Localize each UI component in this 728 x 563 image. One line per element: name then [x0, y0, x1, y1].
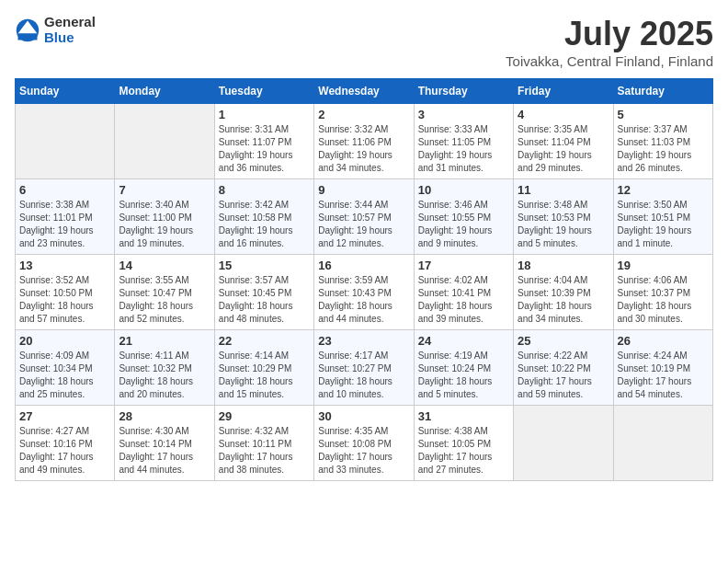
calendar-cell: 4Sunrise: 3:35 AMSunset: 11:04 PMDayligh… — [514, 104, 613, 179]
weekday-header: Sunday — [16, 79, 115, 104]
weekday-header: Friday — [514, 79, 613, 104]
weekday-header-row: SundayMondayTuesdayWednesdayThursdayFrid… — [16, 79, 713, 104]
day-info: Sunrise: 4:02 AMSunset: 10:41 PMDaylight… — [418, 274, 509, 326]
calendar-week-row: 6Sunrise: 3:38 AMSunset: 11:01 PMDayligh… — [16, 179, 713, 255]
day-info: Sunrise: 4:22 AMSunset: 10:22 PMDaylight… — [518, 350, 609, 401]
day-info: Sunrise: 3:35 AMSunset: 11:04 PMDaylight… — [518, 123, 609, 175]
day-info: Sunrise: 3:48 AMSunset: 10:53 PMDaylight… — [518, 199, 609, 250]
day-info: Sunrise: 3:50 AMSunset: 10:51 PMDaylight… — [618, 199, 709, 250]
day-info: Sunrise: 4:11 AMSunset: 10:32 PMDaylight… — [119, 350, 210, 401]
logo-text-blue: Blue — [44, 30, 96, 46]
day-number: 22 — [219, 334, 310, 348]
day-info: Sunrise: 3:38 AMSunset: 11:01 PMDaylight… — [19, 199, 110, 250]
day-number: 24 — [418, 334, 509, 348]
calendar-week-row: 27Sunrise: 4:27 AMSunset: 10:16 PMDaylig… — [16, 406, 713, 481]
day-number: 19 — [618, 259, 709, 272]
calendar-week-row: 13Sunrise: 3:52 AMSunset: 10:50 PMDaylig… — [16, 255, 713, 330]
day-info: Sunrise: 4:06 AMSunset: 10:37 PMDaylight… — [618, 274, 709, 326]
calendar-table: SundayMondayTuesdayWednesdayThursdayFrid… — [15, 78, 713, 481]
calendar-cell: 1Sunrise: 3:31 AMSunset: 11:07 PMDayligh… — [214, 104, 313, 179]
day-number: 6 — [19, 183, 110, 197]
day-info: Sunrise: 3:31 AMSunset: 11:07 PMDaylight… — [219, 123, 310, 175]
weekday-header: Tuesday — [214, 79, 313, 104]
day-number: 11 — [518, 183, 609, 197]
calendar-cell: 24Sunrise: 4:19 AMSunset: 10:24 PMDaylig… — [414, 330, 513, 406]
day-info: Sunrise: 4:17 AMSunset: 10:27 PMDaylight… — [318, 350, 409, 401]
day-info: Sunrise: 4:24 AMSunset: 10:19 PMDaylight… — [618, 350, 709, 401]
day-info: Sunrise: 4:09 AMSunset: 10:34 PMDaylight… — [19, 350, 110, 401]
weekday-header: Saturday — [613, 79, 712, 104]
calendar-cell: 25Sunrise: 4:22 AMSunset: 10:22 PMDaylig… — [514, 330, 613, 406]
calendar-cell: 5Sunrise: 3:37 AMSunset: 11:03 PMDayligh… — [613, 104, 712, 179]
day-info: Sunrise: 4:27 AMSunset: 10:16 PMDaylight… — [19, 425, 110, 477]
day-info: Sunrise: 3:55 AMSunset: 10:47 PMDaylight… — [119, 274, 210, 326]
day-info: Sunrise: 4:14 AMSunset: 10:29 PMDaylight… — [219, 350, 310, 401]
calendar-cell: 2Sunrise: 3:32 AMSunset: 11:06 PMDayligh… — [314, 104, 414, 179]
calendar-cell: 20Sunrise: 4:09 AMSunset: 10:34 PMDaylig… — [16, 330, 115, 406]
day-number: 3 — [418, 108, 509, 121]
day-info: Sunrise: 3:42 AMSunset: 10:58 PMDaylight… — [219, 199, 310, 250]
day-number: 9 — [318, 183, 409, 197]
calendar-cell: 13Sunrise: 3:52 AMSunset: 10:50 PMDaylig… — [16, 255, 115, 330]
calendar-cell: 8Sunrise: 3:42 AMSunset: 10:58 PMDayligh… — [214, 179, 313, 255]
calendar-cell: 17Sunrise: 4:02 AMSunset: 10:41 PMDaylig… — [414, 255, 513, 330]
day-number: 27 — [19, 409, 110, 423]
day-number: 26 — [618, 334, 709, 348]
calendar-cell: 19Sunrise: 4:06 AMSunset: 10:37 PMDaylig… — [613, 255, 712, 330]
page-title: July 2025 — [506, 15, 713, 53]
logo-icon — [15, 17, 40, 43]
day-info: Sunrise: 3:40 AMSunset: 11:00 PMDaylight… — [119, 199, 210, 250]
calendar-cell: 12Sunrise: 3:50 AMSunset: 10:51 PMDaylig… — [613, 179, 712, 255]
calendar-cell: 11Sunrise: 3:48 AMSunset: 10:53 PMDaylig… — [514, 179, 613, 255]
day-number: 2 — [318, 108, 409, 121]
logo: General Blue — [15, 15, 96, 45]
page-subtitle: Toivakka, Central Finland, Finland — [506, 53, 713, 69]
day-number: 18 — [518, 259, 609, 272]
calendar-week-row: 1Sunrise: 3:31 AMSunset: 11:07 PMDayligh… — [16, 104, 713, 179]
title-block: July 2025 Toivakka, Central Finland, Fin… — [506, 15, 713, 69]
day-info: Sunrise: 4:38 AMSunset: 10:05 PMDaylight… — [418, 425, 509, 477]
day-number: 25 — [518, 334, 609, 348]
day-info: Sunrise: 4:30 AMSunset: 10:14 PMDaylight… — [119, 425, 210, 477]
day-number: 17 — [418, 259, 509, 272]
day-info: Sunrise: 4:35 AMSunset: 10:08 PMDaylight… — [318, 425, 409, 477]
day-info: Sunrise: 4:19 AMSunset: 10:24 PMDaylight… — [418, 350, 509, 401]
weekday-header: Monday — [115, 79, 214, 104]
calendar-cell: 22Sunrise: 4:14 AMSunset: 10:29 PMDaylig… — [214, 330, 313, 406]
calendar-cell: 6Sunrise: 3:38 AMSunset: 11:01 PMDayligh… — [16, 179, 115, 255]
calendar-cell — [115, 104, 214, 179]
calendar-cell: 26Sunrise: 4:24 AMSunset: 10:19 PMDaylig… — [613, 330, 712, 406]
calendar-cell: 16Sunrise: 3:59 AMSunset: 10:43 PMDaylig… — [314, 255, 414, 330]
day-number: 14 — [119, 259, 210, 272]
day-number: 23 — [318, 334, 409, 348]
calendar-cell: 10Sunrise: 3:46 AMSunset: 10:55 PMDaylig… — [414, 179, 513, 255]
weekday-header: Wednesday — [314, 79, 414, 104]
calendar-cell: 9Sunrise: 3:44 AMSunset: 10:57 PMDayligh… — [314, 179, 414, 255]
calendar-cell: 21Sunrise: 4:11 AMSunset: 10:32 PMDaylig… — [115, 330, 214, 406]
day-info: Sunrise: 3:57 AMSunset: 10:45 PMDaylight… — [219, 274, 310, 326]
calendar-cell — [514, 406, 613, 481]
calendar-cell: 31Sunrise: 4:38 AMSunset: 10:05 PMDaylig… — [414, 406, 513, 481]
calendar-cell: 27Sunrise: 4:27 AMSunset: 10:16 PMDaylig… — [16, 406, 115, 481]
day-number: 28 — [119, 409, 210, 423]
calendar-cell: 7Sunrise: 3:40 AMSunset: 11:00 PMDayligh… — [115, 179, 214, 255]
day-number: 21 — [119, 334, 210, 348]
calendar-week-row: 20Sunrise: 4:09 AMSunset: 10:34 PMDaylig… — [16, 330, 713, 406]
day-number: 20 — [19, 334, 110, 348]
day-number: 8 — [219, 183, 310, 197]
day-info: Sunrise: 3:33 AMSunset: 11:05 PMDaylight… — [418, 123, 509, 175]
day-number: 15 — [219, 259, 310, 272]
day-info: Sunrise: 3:52 AMSunset: 10:50 PMDaylight… — [19, 274, 110, 326]
day-number: 31 — [418, 409, 509, 423]
day-info: Sunrise: 3:44 AMSunset: 10:57 PMDaylight… — [318, 199, 409, 250]
day-number: 5 — [618, 108, 709, 121]
svg-rect-2 — [18, 33, 38, 40]
calendar-cell: 3Sunrise: 3:33 AMSunset: 11:05 PMDayligh… — [414, 104, 513, 179]
day-info: Sunrise: 3:37 AMSunset: 11:03 PMDaylight… — [618, 123, 709, 175]
day-info: Sunrise: 3:59 AMSunset: 10:43 PMDaylight… — [318, 274, 409, 326]
day-number: 12 — [618, 183, 709, 197]
calendar-cell: 29Sunrise: 4:32 AMSunset: 10:11 PMDaylig… — [214, 406, 313, 481]
calendar-cell: 18Sunrise: 4:04 AMSunset: 10:39 PMDaylig… — [514, 255, 613, 330]
calendar-cell: 23Sunrise: 4:17 AMSunset: 10:27 PMDaylig… — [314, 330, 414, 406]
day-info: Sunrise: 4:04 AMSunset: 10:39 PMDaylight… — [518, 274, 609, 326]
